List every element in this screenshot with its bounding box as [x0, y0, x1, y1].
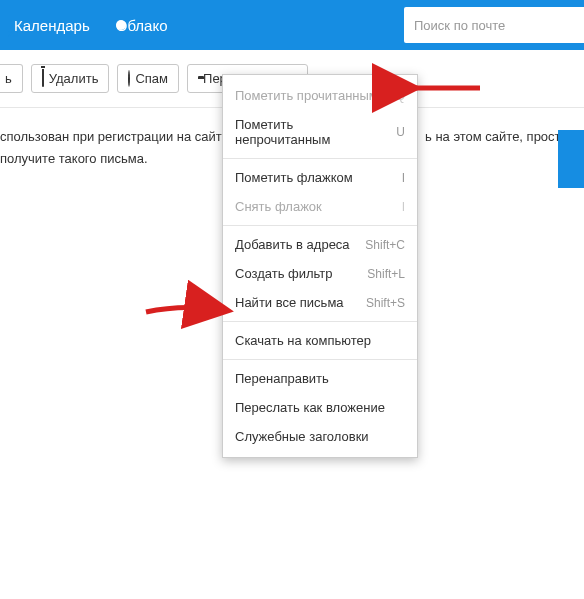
cloud-link[interactable]: Облако	[110, 17, 168, 34]
side-flap	[558, 130, 584, 188]
dropdown-item[interactable]: Перенаправить	[223, 364, 417, 393]
spam-button[interactable]: Спам	[117, 64, 179, 93]
dropdown-item-label: Пометить непрочитанным	[235, 117, 384, 147]
toolbar-first-tail: ь	[5, 71, 12, 86]
dropdown-item-label: Снять флажок	[235, 199, 322, 214]
spam-label: Спам	[135, 71, 168, 86]
thumbs-down-icon	[128, 71, 130, 86]
dropdown-separator	[223, 158, 417, 159]
dropdown-separator	[223, 225, 417, 226]
delete-label: Удалить	[49, 71, 99, 86]
dropdown-item-shortcut: I	[402, 171, 405, 185]
dropdown-item-shortcut: Shift+L	[367, 267, 405, 281]
dropdown-item-label: Служебные заголовки	[235, 429, 369, 444]
top-bar: Календарь Облако	[0, 0, 584, 50]
dropdown-item: Пометить прочитаннымQ	[223, 81, 417, 110]
dropdown-item[interactable]: Добавить в адресаShift+C	[223, 230, 417, 259]
body-line1a: спользован при регистрации на сайт	[0, 129, 222, 144]
dropdown-item[interactable]: Пометить флажкомI	[223, 163, 417, 192]
dropdown-item-label: Пометить флажком	[235, 170, 353, 185]
toolbar-first-button[interactable]: ь	[0, 64, 23, 93]
dropdown-item[interactable]: Найти все письмаShift+S	[223, 288, 417, 317]
trash-icon	[42, 71, 44, 86]
dropdown-item[interactable]: Скачать на компьютер	[223, 326, 417, 355]
arrow-to-download	[142, 298, 232, 325]
search-input[interactable]	[412, 17, 576, 34]
dropdown-item[interactable]: Пометить непрочитаннымU	[223, 110, 417, 154]
dropdown-item-shortcut: Shift+C	[365, 238, 405, 252]
body-line2: получите такого письма.	[0, 151, 148, 166]
arrow-to-more	[406, 78, 484, 101]
dropdown-separator	[223, 321, 417, 322]
dropdown-item-shortcut: Q	[396, 89, 405, 103]
dropdown-item-label: Добавить в адреса	[235, 237, 350, 252]
calendar-link[interactable]: Календарь	[8, 17, 90, 34]
dropdown-item-shortcut: Shift+S	[366, 296, 405, 310]
dropdown-separator	[223, 359, 417, 360]
dropdown-item: Снять флажокI	[223, 192, 417, 221]
dropdown-item[interactable]: Переслать как вложение	[223, 393, 417, 422]
calendar-label: Календарь	[14, 17, 90, 34]
dropdown-item[interactable]: Служебные заголовки	[223, 422, 417, 451]
dropdown-item-label: Создать фильтр	[235, 266, 333, 281]
dropdown-item-label: Пометить прочитанным	[235, 88, 378, 103]
delete-button[interactable]: Удалить	[31, 64, 110, 93]
dropdown-item-shortcut: I	[402, 200, 405, 214]
body-line1b: ь на этом сайте, просто	[425, 129, 568, 144]
dropdown-item-shortcut: U	[396, 125, 405, 139]
dropdown-item-label: Найти все письма	[235, 295, 344, 310]
dropdown-item-label: Скачать на компьютер	[235, 333, 371, 348]
more-dropdown: Пометить прочитаннымQПометить непрочитан…	[222, 74, 418, 458]
dropdown-item-label: Переслать как вложение	[235, 400, 385, 415]
search-box[interactable]	[404, 7, 584, 43]
dropdown-item[interactable]: Создать фильтрShift+L	[223, 259, 417, 288]
dropdown-item-label: Перенаправить	[235, 371, 329, 386]
